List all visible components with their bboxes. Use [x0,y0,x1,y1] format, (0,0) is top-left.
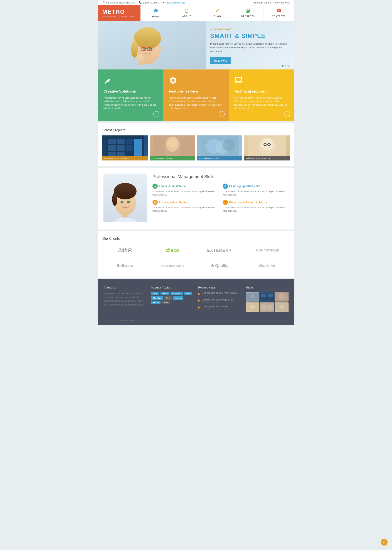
svg-rect-51 [268,294,273,297]
feature-service: Featured service Proin gravida nibh vel … [163,70,229,121]
management-content: Professional Management Skills ☁ Lorem i… [153,174,288,213]
creative-desc: Proin gravida nibh vel velit auctor aliq… [104,96,158,110]
news-item-3: ▶ Lorem ipsum dolor sit amet 12 January,… [198,305,241,310]
arrow-icon: ► [210,28,213,31]
email[interactable]: ✉ info@demolink.org [162,1,185,4]
clients-grid: 24hB ✿ eco EXTEREX✦ ❖ SMARTHOME Software… [102,244,290,272]
news-title-3[interactable]: Lorem ipsum dolor sit amet [202,305,228,308]
privacy-link[interactable]: Privacy Policy [121,320,134,322]
service-arrow[interactable]: → [219,111,225,117]
support-icon [234,76,288,87]
footer-flickr-title: Flickr [246,286,289,289]
flickr-thumb-1[interactable] [246,292,259,302]
nav-home-label: HOME [152,15,160,18]
hero-content: ► GOOD START SMART & SIMPLE Proin gravid… [206,21,294,70]
support-title: Technical support [234,89,288,94]
nav-contacts[interactable]: CONTACTS [263,5,294,21]
svg-point-43 [114,183,137,199]
footer-about-text: Proin gravida nibh vel velit auctor aliq… [104,292,147,306]
svg-point-32 [223,139,235,151]
support-arrow[interactable]: → [284,111,290,117]
tag-lorem[interactable]: Lorem [161,292,170,295]
svg-point-6 [131,40,138,58]
svg-rect-22 [126,139,133,144]
flickr-thumb-5[interactable] [260,302,274,312]
news-arrow-icon-2: ▶ [198,299,201,302]
management-image-area [104,174,147,223]
footer-topics: Popular Topics Tellus Lorem Bibendum Rem… [151,286,194,312]
svg-rect-20 [117,145,125,151]
service-desc: Proin gravida nibh vel velit auctor aliq… [169,96,223,110]
phone: 📞 1 800 400 5000 [139,1,159,4]
footer-about-title: About Us [104,286,147,289]
feature-creative: Creative Solutions Proin gravida nibh ve… [98,70,163,121]
nav-about[interactable]: ABOUT [171,5,202,21]
tag-tellus-1[interactable]: Tellus [151,292,159,295]
about-icon [184,8,189,14]
skill2-title: Etiam eget porttitor enim [229,185,260,188]
project-item-1[interactable]: Lorem Ipsum Dolor Sit Amet [102,135,148,160]
flickr-thumb-3[interactable] [275,292,288,302]
flickr-thumb-6[interactable] [275,302,288,312]
skill4-title: Donec convallis arcu id lectus [229,201,267,204]
tag-tellus-2[interactable]: Tellus [161,301,170,304]
flickr-grid [246,292,289,312]
skill1-desc: Lorem ipsum dolor sit amet, consectetur … [153,190,218,196]
news-arrow-icon-3: ▶ [198,306,201,309]
flickr-thumb-2[interactable] [260,292,274,302]
tag-rem-1[interactable]: Rem [184,292,192,295]
svg-point-48 [251,294,255,298]
hero-dot-3[interactable] [288,65,290,67]
news-item-2: ▶ Quisque iaculis purus eget metus 20 Fe… [198,299,241,303]
hero-dot-2[interactable] [285,65,287,67]
blog-icon [215,8,220,14]
footer-news-title: Recent News [198,286,241,289]
svg-point-60 [279,304,284,309]
svg-rect-24 [134,139,142,157]
logo: METRO INCREASING YOUR PROFITS [98,5,140,21]
phone-icon: 📞 [139,1,142,4]
svg-rect-16 [108,139,116,144]
footer-bottom: METRO © 2013 | Privacy Policy [104,317,288,322]
svg-rect-23 [126,145,133,151]
creative-arrow[interactable]: → [153,111,159,117]
hero-read-more-button[interactable]: Read More [210,57,231,64]
email-icon: ✉ [162,1,164,4]
svg-point-45 [120,201,124,203]
tag-rem-2[interactable]: Rem [164,296,172,300]
tag-bibend[interactable]: Bibend [151,301,161,304]
nav-blog-label: BLOG [214,15,221,18]
tagline: The best you can find on the web! [254,1,290,4]
svg-rect-50 [261,294,266,297]
project-item-3[interactable]: Suspendisse ut est orci [197,135,242,160]
contacts-icon [276,8,281,14]
svg-point-58 [268,305,272,309]
skill4-icon: 📍 [223,200,228,205]
skill1-icon: ☁ [153,184,158,189]
nav-projects-label: PROJECTS [241,15,255,18]
svg-point-5 [134,27,161,49]
svg-rect-19 [117,139,125,144]
tag-bibendum-1[interactable]: Bibendum [170,292,183,295]
hero-dot-1[interactable] [282,65,284,67]
nav-projects[interactable]: PROJECTS [233,5,263,21]
tag-bibendum-2[interactable]: Bibendum [151,296,163,300]
news-title-1[interactable]: Duis sed odio sit amet nibh vulputate [202,292,237,294]
tag-loemps[interactable]: Loemps [173,296,183,300]
nav-home[interactable]: HOME [140,5,171,21]
home-icon [153,8,159,14]
news-title-2[interactable]: Quisque iaculis purus eget metus [202,299,234,301]
service-title: Featured service [169,89,223,94]
project-item-2[interactable]: In ut urna purus, sit amet [150,135,195,160]
nav-about-label: ABOUT [182,15,191,18]
svg-point-44 [112,193,117,206]
news-item-1: ▶ Duis sed odio sit amet nibh vulputate … [198,292,241,296]
management-person-svg [104,174,147,222]
nav-blog[interactable]: BLOG [202,5,233,21]
skill-item-3: ✉ Fusce egestas ultricies Lorem ipsum do… [153,200,218,213]
clients-section: Our Clients 24hB ✿ eco EXTEREX✦ ❖ SMARTH… [98,231,294,278]
logo-subtitle: INCREASING YOUR PROFITS [102,15,136,17]
flickr-thumb-4[interactable] [246,302,259,312]
project-item-4[interactable]: Pellentesque habitant morbi [244,135,290,160]
footer-flickr: Flickr [246,286,289,312]
